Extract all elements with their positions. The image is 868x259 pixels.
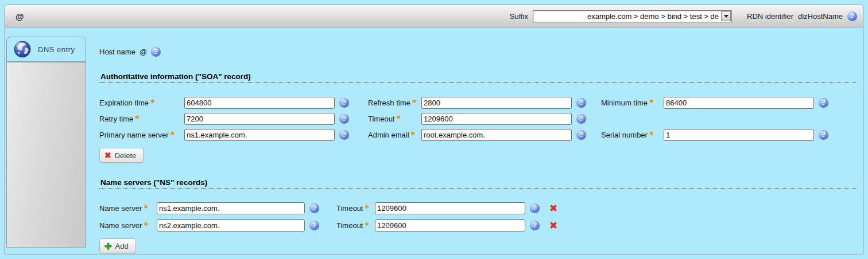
dns-entry-window: @ Suffix example.com > demo > bind > tes…	[5, 5, 863, 254]
field-label-primary-name-server: Primary name server✱	[99, 131, 184, 139]
suffix-select-value: example.com > demo > bind > test > de	[533, 12, 721, 21]
required-icon: ✱	[150, 99, 155, 104]
required-icon: ✱	[649, 99, 654, 104]
soa-timeout-input[interactable]	[421, 113, 572, 125]
help-icon[interactable]: ?	[819, 98, 828, 108]
sidebar-panel	[6, 62, 86, 248]
soa-fields-grid: Expiration time✱ ? Refresh time✱ ? Minim…	[99, 97, 861, 141]
admin-email-input[interactable]	[421, 129, 572, 141]
required-icon: ✱	[412, 99, 417, 104]
suffix-select[interactable]: example.com > demo > bind > test > de	[533, 10, 732, 22]
title-bar: @ Suffix example.com > demo > bind > tes…	[5, 5, 863, 28]
required-icon: ✱	[365, 204, 369, 210]
ns-timeout-1-input[interactable]	[375, 202, 525, 214]
host-name-label: Host name	[99, 48, 135, 56]
help-icon[interactable]: ?	[339, 114, 349, 124]
field-label-timeout: Timeout✱	[368, 115, 421, 123]
help-icon[interactable]: ?	[309, 203, 319, 213]
main-content: Host name @ ? Authoritative information …	[99, 32, 861, 253]
help-icon[interactable]: ?	[576, 98, 586, 108]
ns-timeout-label-2: Timeout✱	[336, 221, 375, 230]
expiration-time-input[interactable]	[184, 97, 335, 109]
host-name-row: Host name @ ?	[99, 47, 861, 57]
globe-icon	[14, 41, 31, 58]
field-label-admin-email: Admin email✱	[368, 131, 421, 139]
field-cell: ?	[421, 129, 601, 141]
rdn-identifier-value: dlzHostName	[798, 12, 843, 21]
required-icon: ✱	[144, 204, 148, 210]
delete-button-label: Delete	[115, 151, 137, 160]
field-label-retry-time: Retry time✱	[99, 115, 184, 123]
name-server-2-input[interactable]	[157, 219, 305, 231]
tab-dns-entry-label: DNS entry	[38, 45, 75, 54]
help-icon[interactable]: ?	[530, 203, 540, 213]
field-cell: ?	[184, 97, 368, 109]
delete-button[interactable]: ✖ Delete	[99, 148, 144, 163]
required-icon: ✱	[365, 221, 369, 227]
ns-records-grid: Name server✱ ? Timeout✱ ? ✖ Name server✱…	[99, 202, 861, 231]
field-cell: ?	[184, 129, 368, 141]
ns-timeout-2-input[interactable]	[375, 219, 525, 231]
suffix-label: Suffix	[510, 12, 528, 21]
help-icon[interactable]: ?	[576, 114, 586, 124]
field-cell: ?	[375, 219, 547, 231]
name-server-1-input[interactable]	[157, 202, 305, 214]
host-name-value: @	[140, 48, 147, 56]
section-heading-ns: Name servers ("NS" records)	[99, 178, 856, 189]
add-button-label: Add	[115, 242, 129, 250]
minimum-time-input[interactable]	[664, 97, 814, 109]
primary-name-server-input[interactable]	[184, 129, 335, 141]
field-cell: ?	[664, 129, 861, 141]
field-cell: ?	[421, 113, 601, 125]
retry-time-input[interactable]	[184, 113, 335, 125]
help-icon[interactable]: ?	[530, 221, 540, 230]
required-icon: ✱	[135, 115, 140, 120]
field-label-refresh-time: Refresh time✱	[368, 99, 421, 107]
ns-timeout-label-1: Timeout✱	[336, 204, 375, 213]
help-icon[interactable]: ?	[309, 221, 319, 230]
help-icon[interactable]: ?	[339, 130, 349, 140]
required-icon: ✱	[170, 131, 175, 136]
ns-label-1: Name server✱	[99, 204, 157, 213]
field-label-expiration-time: Expiration time✱	[99, 99, 184, 107]
rdn-identifier-label: RDN identifier	[747, 12, 793, 21]
sidebar: DNS entry	[6, 32, 86, 248]
field-cell: ?	[664, 97, 861, 109]
entry-title: @	[16, 11, 24, 21]
add-plus-icon: ✚	[104, 242, 112, 250]
serial-number-input[interactable]	[664, 129, 814, 141]
add-button[interactable]: ✚ Add	[99, 238, 136, 253]
tab-dns-entry[interactable]: DNS entry	[6, 37, 86, 62]
required-icon: ✱	[396, 115, 401, 120]
field-cell: ?	[157, 219, 336, 231]
help-icon[interactable]: ?	[847, 11, 857, 21]
section-heading-soa: Authoritative information ("SOA" record)	[99, 72, 856, 83]
delete-row-icon[interactable]: ✖	[547, 202, 570, 214]
ns-label-2: Name server✱	[99, 221, 157, 230]
field-label-minimum-time: Minimum time✱	[601, 99, 664, 107]
field-cell: ?	[421, 97, 601, 109]
refresh-time-input[interactable]	[421, 97, 572, 109]
field-cell: ?	[184, 113, 368, 125]
field-label-serial-number: Serial number✱	[601, 131, 664, 139]
help-icon[interactable]: ?	[151, 47, 161, 57]
field-cell: ?	[157, 202, 336, 214]
required-icon: ✱	[649, 131, 654, 136]
required-icon: ✱	[144, 221, 148, 227]
field-cell: ?	[375, 202, 547, 214]
delete-row-icon[interactable]: ✖	[547, 219, 570, 231]
dropdown-arrow-icon[interactable]	[721, 11, 731, 21]
help-icon[interactable]: ?	[819, 130, 828, 140]
title-bar-right: Suffix example.com > demo > bind > test …	[510, 10, 857, 22]
help-icon[interactable]: ?	[576, 130, 586, 140]
required-icon: ✱	[411, 131, 416, 136]
delete-x-icon: ✖	[104, 151, 111, 159]
help-icon[interactable]: ?	[339, 98, 349, 108]
